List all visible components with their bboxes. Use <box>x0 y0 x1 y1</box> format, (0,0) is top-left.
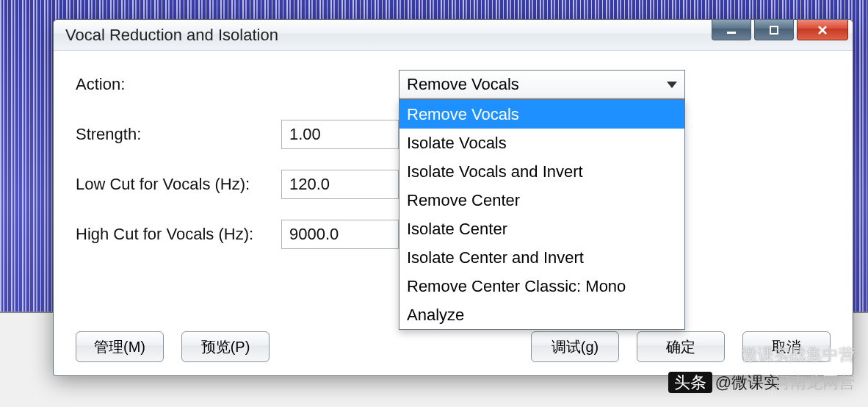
highcut-label: High Cut for Vocals (Hz): <box>76 225 281 244</box>
highcut-input[interactable] <box>281 220 399 249</box>
titlebar: Vocal Reduction and Isolation <box>54 20 853 51</box>
strength-label: Strength: <box>76 125 281 144</box>
action-option-isolate-vocals-invert[interactable]: Isolate Vocals and Invert <box>399 157 684 186</box>
preview-button[interactable]: 预览(P) <box>181 331 270 362</box>
action-combobox-display[interactable]: Remove Vocals <box>399 70 685 99</box>
action-option-isolate-center-invert[interactable]: Isolate Center and Invert <box>399 243 684 272</box>
action-option-remove-center[interactable]: Remove Center <box>399 186 684 215</box>
cancel-button[interactable]: 取消 <box>742 331 831 362</box>
debug-button[interactable]: 调试(g) <box>531 331 619 362</box>
action-label: Action: <box>76 75 281 94</box>
maximize-icon <box>767 25 781 35</box>
action-option-remove-vocals[interactable]: Remove Vocals <box>399 100 684 129</box>
lowcut-label: Low Cut for Vocals (Hz): <box>76 175 281 194</box>
action-option-remove-center-classic[interactable]: Remove Center Classic: Mono <box>399 272 684 300</box>
chevron-down-icon <box>667 82 677 88</box>
row-action: Action: Remove Vocals Remove Vocals Isol… <box>76 70 831 99</box>
action-combobox[interactable]: Remove Vocals Remove Vocals Isolate Voca… <box>399 70 685 99</box>
window-title: Vocal Reduction and Isolation <box>65 26 278 45</box>
ok-button[interactable]: 确定 <box>637 331 725 362</box>
action-option-isolate-center[interactable]: Isolate Center <box>399 215 684 243</box>
maximize-button[interactable] <box>754 20 794 40</box>
action-selected-text: Remove Vocals <box>407 75 519 94</box>
manage-button[interactable]: 管理(M) <box>76 331 164 362</box>
svg-rect-1 <box>770 26 778 34</box>
lowcut-input[interactable] <box>281 170 399 199</box>
dialog-window: Vocal Reduction and Isolation Action: Re… <box>53 19 853 376</box>
action-option-isolate-vocals[interactable]: Isolate Vocals <box>399 129 684 157</box>
window-buttons <box>712 20 848 40</box>
action-dropdown-list: Remove Vocals Isolate Vocals Isolate Voc… <box>399 99 685 330</box>
action-option-analyze[interactable]: Analyze <box>399 300 684 329</box>
dialog-content: Action: Remove Vocals Remove Vocals Isol… <box>54 51 853 375</box>
close-icon <box>816 25 829 35</box>
minimize-icon <box>725 25 738 35</box>
close-button[interactable] <box>797 20 848 40</box>
strength-input[interactable] <box>281 120 399 149</box>
svg-rect-0 <box>727 32 736 34</box>
button-bar: 管理(M) 预览(P) 调试(g) 确定 取消 <box>76 325 831 362</box>
minimize-button[interactable] <box>712 20 751 40</box>
